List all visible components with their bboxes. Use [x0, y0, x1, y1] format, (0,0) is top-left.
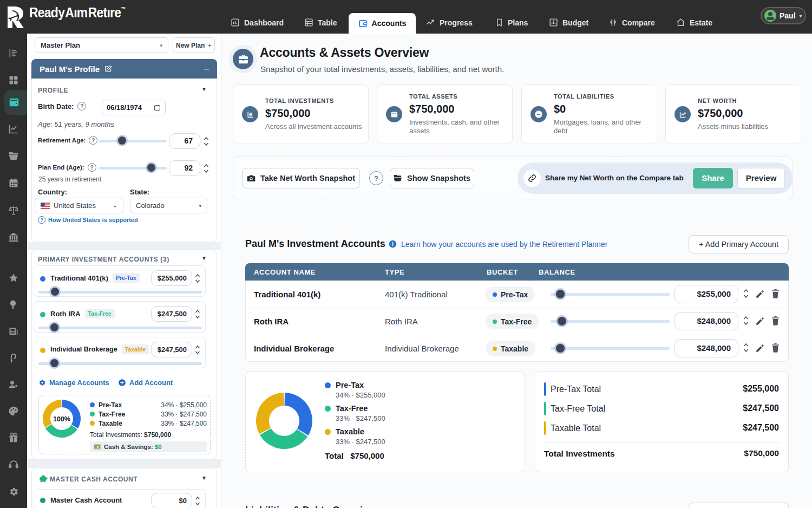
svg-text:100%: 100%: [53, 415, 70, 423]
